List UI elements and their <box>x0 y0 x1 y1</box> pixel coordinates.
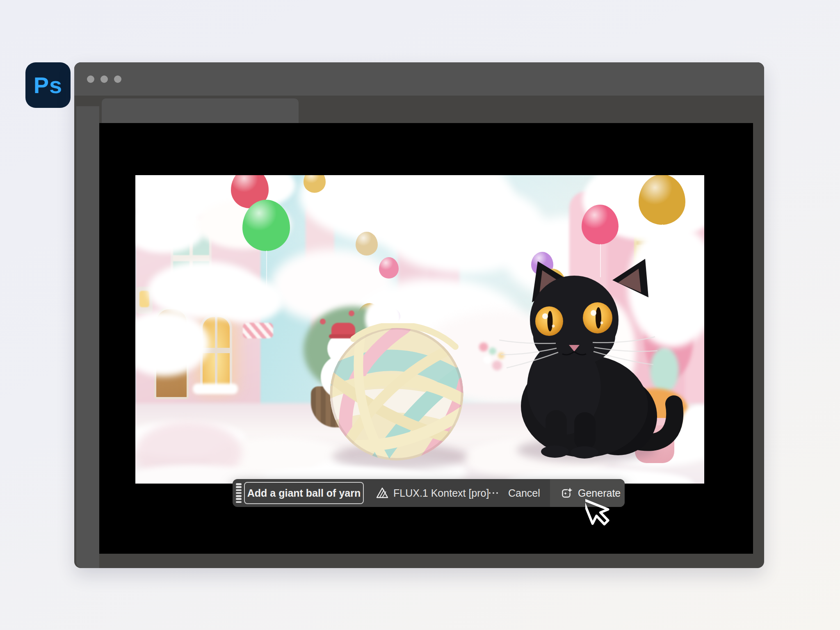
photoshop-logo-text: Ps <box>34 72 63 98</box>
balloon <box>582 205 619 244</box>
balloon <box>379 257 399 278</box>
desktop: { "app": { "logo_text": "Ps" }, "toolbar… <box>0 0 840 630</box>
photoshop-window: FLUX.1 Kontext [pro] Cancel Generate <box>74 62 764 568</box>
balloon <box>356 232 378 256</box>
balloon <box>242 200 290 251</box>
rose <box>349 310 354 316</box>
window-control-dot[interactable] <box>114 75 121 83</box>
black-cat <box>507 256 679 458</box>
cancel-button[interactable]: Cancel <box>508 479 540 507</box>
prompt-input[interactable] <box>244 482 364 504</box>
document-tab[interactable] <box>102 98 299 123</box>
balloon <box>639 175 685 225</box>
cancel-label: Cancel <box>508 487 540 499</box>
rose <box>320 319 326 324</box>
yarn-ball <box>326 323 467 464</box>
drag-handle[interactable] <box>236 483 242 503</box>
more-options-button[interactable] <box>484 479 503 507</box>
window-control-dot[interactable] <box>100 75 108 83</box>
generated-image <box>135 175 704 484</box>
photoshop-app-icon[interactable]: Ps <box>25 62 71 108</box>
window-control-dot[interactable] <box>87 75 94 83</box>
mouse-cursor-icon <box>585 493 618 527</box>
balloon <box>304 175 326 193</box>
model-selector[interactable]: FLUX.1 Kontext [pro] <box>376 479 489 507</box>
generate-icon <box>562 487 573 499</box>
model-label: FLUX.1 Kontext [pro] <box>393 487 489 499</box>
flux-logo-icon <box>376 487 388 499</box>
generative-prompt-bar: FLUX.1 Kontext [pro] Cancel Generate <box>233 479 625 507</box>
balloon-string <box>266 251 267 293</box>
window-titlebar <box>74 62 764 96</box>
tools-sidebar[interactable] <box>76 106 99 568</box>
canvas-area: FLUX.1 Kontext [pro] Cancel Generate <box>99 123 753 554</box>
